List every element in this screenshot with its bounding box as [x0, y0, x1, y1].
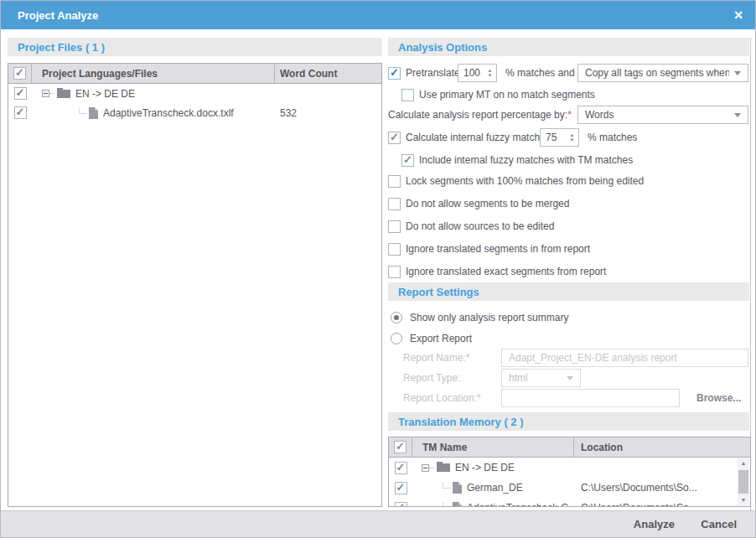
- row-checkbox[interactable]: ✓: [14, 87, 27, 100]
- ignore-translated-checkbox[interactable]: ✓: [388, 243, 401, 256]
- include-internal-fuzzy-checkbox[interactable]: ✓: [401, 154, 414, 167]
- required-asterisk: *: [477, 392, 481, 404]
- summary-radio-label[interactable]: Show only analysis report summary: [410, 312, 568, 323]
- check-icon: ✓: [396, 461, 406, 473]
- export-radio-row: Export Report: [388, 328, 748, 349]
- project-analyze-dialog: Project Analyze ✕ Project Files ( 1 ) ✓ …: [0, 0, 756, 538]
- report-location-row: Report Location:* Browse...: [388, 388, 748, 408]
- percentage-by-row: Calculate analysis report percentage by:…: [388, 105, 748, 125]
- row-checkbox-cell: ✓: [389, 462, 412, 474]
- spinner-buttons: ▲ ▼: [484, 65, 496, 81]
- ignore-exact-label[interactable]: Ignore translated exact segments from re…: [406, 266, 606, 277]
- percentage-by-label: Calculate analysis report percentage by:: [388, 109, 567, 121]
- export-radio-label[interactable]: Export Report: [410, 333, 472, 344]
- tm-row-file[interactable]: ✓ AdaptiveTranscheck-G... C:\Users\Docum…: [389, 498, 750, 507]
- tag-copy-dropdown[interactable]: Copy all tags on segments when t: [577, 64, 748, 82]
- select-all-tm-checkbox[interactable]: ✓: [394, 441, 406, 453]
- summary-radio-row: Show only analysis report summary: [388, 308, 748, 328]
- pretranslate-checkbox[interactable]: ✓: [388, 67, 401, 80]
- scroll-up-icon[interactable]: ▲: [741, 458, 747, 468]
- no-merge-checkbox[interactable]: ✓: [388, 198, 401, 210]
- project-files-title: Project Files ( 1 ): [18, 41, 105, 54]
- use-primary-mt-checkbox[interactable]: ✓: [401, 89, 414, 101]
- word-count-value: 532: [275, 107, 381, 119]
- cancel-button[interactable]: Cancel: [701, 518, 737, 530]
- report-location-label-wrap: Report Location:*: [403, 392, 481, 404]
- summary-radio[interactable]: [391, 312, 402, 323]
- column-header-tm-name: TM Name: [412, 437, 574, 457]
- percentage-by-value: Words: [585, 109, 614, 121]
- spinner-down-icon[interactable]: ▼: [488, 73, 493, 78]
- use-primary-mt-row: ✓ Use primary MT on no match segments: [388, 85, 748, 105]
- table-row-folder[interactable]: ✓ EN -> DE DE: [8, 84, 381, 103]
- report-name-input: Adapt_Project_EN-DE analysis report: [501, 349, 748, 367]
- table-row-file[interactable]: ✓ AdaptiveTranscheck.docx.txlf 532: [8, 103, 381, 122]
- header-checkbox-cell: ✓: [8, 64, 32, 83]
- analysis-options-title: Analysis Options: [398, 41, 487, 54]
- percentage-by-dropdown[interactable]: Words: [577, 106, 748, 124]
- lock-segments-checkbox[interactable]: ✓: [388, 175, 401, 188]
- no-merge-label[interactable]: Do not allow segments to be merged: [406, 198, 569, 210]
- column-header-word-count: Word Count: [275, 64, 381, 83]
- spinner-down-icon[interactable]: ▼: [570, 137, 575, 142]
- check-icon: ✓: [396, 501, 406, 508]
- folder-label: EN -> DE DE: [75, 88, 135, 100]
- ignore-exact-checkbox[interactable]: ✓: [388, 266, 401, 278]
- internal-fuzzy-checkbox[interactable]: ✓: [388, 132, 401, 144]
- file-icon: [453, 502, 462, 507]
- include-internal-fuzzy-row: ✓ Include internal fuzzy matches with TM…: [388, 150, 748, 170]
- tree-collapse-icon[interactable]: [42, 90, 49, 97]
- spinner-buttons: ▲ ▼: [566, 129, 578, 146]
- file-label: AdaptiveTranscheck.docx.txlf: [103, 107, 234, 119]
- pretranslate-match-value[interactable]: 100: [458, 65, 484, 81]
- no-source-edit-checkbox[interactable]: ✓: [388, 220, 401, 233]
- tm-header-checkbox-cell: ✓: [389, 437, 412, 457]
- tm-scrollbar[interactable]: ▲ ▼: [738, 458, 749, 505]
- close-icon[interactable]: ✕: [733, 8, 743, 23]
- translation-memory-section-header: Translation Memory ( 2 ): [388, 412, 749, 431]
- select-all-files-checkbox[interactable]: ✓: [13, 67, 26, 80]
- folder-label: EN -> DE DE: [455, 462, 515, 473]
- tm-row-file[interactable]: ✓ German_DE C:\Users\Documents\So...: [389, 478, 750, 498]
- scrollbar-thumb[interactable]: [738, 470, 748, 494]
- row-checkbox[interactable]: ✓: [395, 462, 407, 474]
- report-type-row: Report Type: html: [388, 368, 748, 388]
- check-icon: ✓: [16, 106, 25, 118]
- report-type-dropdown: html: [501, 369, 581, 387]
- internal-fuzzy-value[interactable]: 75: [541, 129, 566, 146]
- ignore-translated-label[interactable]: Ignore translated segments in from repor…: [406, 243, 590, 255]
- row-checkbox[interactable]: ✓: [395, 502, 407, 508]
- chevron-down-icon: [734, 113, 741, 117]
- title-bar: Project Analyze ✕: [1, 1, 755, 29]
- required-asterisk: *: [466, 352, 470, 364]
- tree-connector: [79, 107, 86, 114]
- ignore-exact-row: ✓ Ignore translated exact segments from …: [388, 261, 748, 282]
- use-primary-mt-label[interactable]: Use primary MT on no match segments: [419, 89, 595, 101]
- pretranslate-label[interactable]: Pretranslate: [406, 67, 460, 79]
- pretranslate-match-spinner[interactable]: 100 ▲ ▼: [458, 64, 497, 82]
- file-icon: [453, 482, 462, 494]
- lock-segments-row: ✓ Lock segments with 100% matches from b…: [388, 171, 748, 191]
- row-name-cell: German_DE: [412, 482, 574, 494]
- tm-name-label: German_DE: [467, 482, 523, 494]
- report-type-value: html: [509, 372, 528, 384]
- scroll-down-icon[interactable]: ▼: [741, 495, 747, 505]
- check-icon: ✓: [15, 66, 24, 79]
- row-checkbox[interactable]: ✓: [395, 482, 407, 494]
- include-internal-fuzzy-label[interactable]: Include internal fuzzy matches with TM m…: [419, 154, 633, 166]
- tree-collapse-icon[interactable]: [422, 464, 429, 472]
- analyze-button[interactable]: Analyze: [634, 518, 675, 530]
- export-radio[interactable]: [391, 333, 402, 344]
- lock-segments-label[interactable]: Lock segments with 100% matches from bei…: [406, 175, 644, 187]
- right-panel: Analysis Options ✓ Pretranslate 100 ▲ ▼ …: [388, 38, 751, 512]
- no-source-edit-label[interactable]: Do not allow sources to be edited: [406, 220, 554, 232]
- row-name-cell: AdaptiveTranscheck.docx.txlf: [32, 107, 275, 119]
- row-checkbox[interactable]: ✓: [14, 106, 27, 119]
- pretranslate-suffix-label: % matches and: [505, 67, 575, 79]
- internal-fuzzy-spinner[interactable]: 75 ▲ ▼: [540, 128, 579, 147]
- tm-name-label: AdaptiveTranscheck-G...: [467, 502, 574, 507]
- tm-row-folder[interactable]: ✓ EN -> DE DE: [389, 458, 750, 478]
- internal-fuzzy-label[interactable]: Calculate internal fuzzy matches: [406, 132, 551, 143]
- tm-table-header: ✓ TM Name Location: [389, 437, 750, 458]
- translation-memory-title: Translation Memory ( 2 ): [398, 416, 524, 428]
